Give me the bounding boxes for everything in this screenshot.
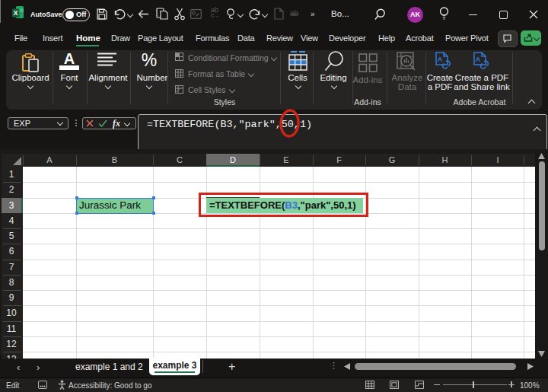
svg-text:A: A: [438, 56, 443, 63]
svg-text:A: A: [476, 56, 481, 63]
svg-text:X: X: [14, 9, 18, 17]
